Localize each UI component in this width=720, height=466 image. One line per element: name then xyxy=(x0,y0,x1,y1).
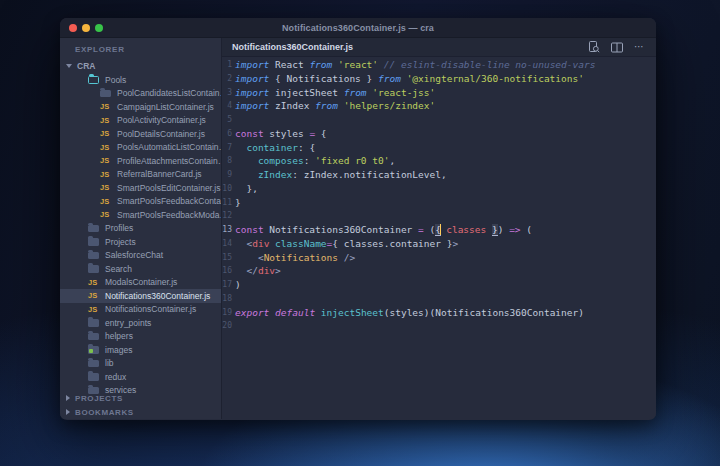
section-label: BOOKMARKS xyxy=(75,408,134,417)
tree-item-label: entry_points xyxy=(105,318,151,328)
code-line-text: }, xyxy=(235,182,258,196)
line-number: 17 xyxy=(222,278,232,292)
tree-item[interactable]: Search xyxy=(60,262,221,276)
chevron-right-icon xyxy=(66,395,70,401)
folder-icon xyxy=(88,360,99,368)
search-file-icon[interactable] xyxy=(588,41,600,53)
tree-item-label: ModalsContainer.js xyxy=(105,277,177,287)
sidebar-section-projects[interactable]: PROJECTS xyxy=(60,391,221,405)
code-line-text: zIndex: zIndex.notificationLevel, xyxy=(235,168,447,182)
tree-item[interactable]: JSNotifications360Container.js xyxy=(60,289,221,303)
tree-item[interactable]: Profiles xyxy=(60,222,221,236)
line-number: 19 xyxy=(222,306,232,320)
sidebar-explorer: EXPLORER CRA PoolsPoolCandidatesListCont… xyxy=(60,38,222,419)
code-line-text: export default injectSheet(styles)(Notif… xyxy=(235,306,584,320)
tree-item[interactable]: JSPoolActivityContainer.js xyxy=(60,114,221,128)
split-editor-icon[interactable] xyxy=(611,42,623,53)
line-number: 4 xyxy=(222,99,232,113)
sidebar-section-bookmarks[interactable]: BOOKMARKS xyxy=(60,405,221,419)
code-line-text: </div> xyxy=(235,264,281,278)
tree-item[interactable]: JSPoolDetailsContainer.js xyxy=(60,127,221,141)
file-tree: PoolsPoolCandidatesListContain…JSCampaig… xyxy=(60,73,221,397)
js-file-icon: JS xyxy=(88,291,98,300)
code-line[interactable]: 14 <div className={ classes.container }> xyxy=(222,237,656,251)
line-number: 12 xyxy=(222,209,232,223)
tree-item[interactable]: JSSmartPoolsFeedbackConta… xyxy=(60,195,221,209)
folder-icon xyxy=(88,319,99,327)
js-file-icon: JS xyxy=(100,156,110,165)
js-file-icon: JS xyxy=(100,129,110,138)
code-line[interactable]: 16 </div> xyxy=(222,264,656,278)
code-line[interactable]: 17) xyxy=(222,278,656,292)
code-line[interactable]: 9 zIndex: zIndex.notificationLevel, xyxy=(222,168,656,182)
tab-bar: Notifications360Container.js xyxy=(222,38,656,57)
sidebar-bottom-sections: PROJECTSBOOKMARKS xyxy=(60,391,221,419)
tree-item[interactable]: images xyxy=(60,343,221,357)
code-editor[interactable]: 1import React from 'react' // eslint-dis… xyxy=(222,57,656,419)
minimize-window-button[interactable] xyxy=(82,24,90,32)
code-line-text: } xyxy=(235,196,241,210)
code-line[interactable]: 20 xyxy=(222,319,656,333)
tree-item-label: SmartPoolsFeedbackConta… xyxy=(117,196,221,206)
code-line-text: container: { xyxy=(235,141,315,155)
code-line[interactable]: 10 }, xyxy=(222,182,656,196)
tree-item[interactable]: Pools xyxy=(60,73,221,87)
folder-icon xyxy=(88,265,99,273)
code-line[interactable]: 15 <Notifications /> xyxy=(222,251,656,265)
code-line[interactable]: 5 xyxy=(222,113,656,127)
tree-item[interactable]: JSModalsContainer.js xyxy=(60,276,221,290)
folder-icon xyxy=(88,333,99,341)
tree-item[interactable]: JSPoolsAutomaticListContain… xyxy=(60,141,221,155)
line-number: 11 xyxy=(222,196,232,210)
line-number: 20 xyxy=(222,319,232,333)
code-line[interactable]: 11} xyxy=(222,196,656,210)
more-actions-icon[interactable]: ⋯ xyxy=(634,42,645,52)
tree-item-label: SmartPoolsEditContainer.js xyxy=(117,183,220,193)
tree-item-label: PoolActivityContainer.js xyxy=(117,115,206,125)
tree-item-label: lib xyxy=(105,358,114,368)
code-line[interactable]: 12 xyxy=(222,209,656,223)
tree-root-cra[interactable]: CRA xyxy=(60,58,221,73)
tree-item[interactable]: JSReferralBannerCard.js xyxy=(60,168,221,182)
code-line[interactable]: 18 xyxy=(222,292,656,306)
line-number: 8 xyxy=(222,154,232,168)
tree-item[interactable]: SalesforceChat xyxy=(60,249,221,263)
tree-item[interactable]: entry_points xyxy=(60,316,221,330)
tree-item[interactable]: JSProfileAttachmentsContain… xyxy=(60,154,221,168)
window-title: Notifications360Container.js — cra xyxy=(60,23,656,33)
code-line[interactable]: 2import { Notifications } from '@xingter… xyxy=(222,72,656,86)
text-cursor xyxy=(440,224,441,235)
tree-item[interactable]: redux xyxy=(60,370,221,384)
title-bar[interactable]: Notifications360Container.js — cra xyxy=(60,18,656,38)
code-line-text: import { Notifications } from '@xingtern… xyxy=(235,72,584,86)
js-file-icon: JS xyxy=(100,102,110,111)
code-line[interactable]: 4import zIndex from 'helpers/zindex' xyxy=(222,99,656,113)
tree-item[interactable]: PoolCandidatesListContain… xyxy=(60,87,221,101)
tree-item[interactable]: JSNotificationsContainer.js xyxy=(60,303,221,317)
tree-item[interactable]: Projects xyxy=(60,235,221,249)
js-file-icon: JS xyxy=(100,170,110,179)
js-file-icon: JS xyxy=(100,183,110,192)
code-line-text: import injectSheet from 'react-jss' xyxy=(235,86,435,100)
tree-item-label: Pools xyxy=(105,75,126,85)
zoom-window-button[interactable] xyxy=(95,24,103,32)
tab-actions: ⋯ xyxy=(588,41,656,53)
close-window-button[interactable] xyxy=(69,24,77,32)
tree-item[interactable]: JSCampaignListContainer.js xyxy=(60,100,221,114)
editor-window: Notifications360Container.js — cra EXPLO… xyxy=(60,18,656,420)
line-number: 13 xyxy=(222,223,232,237)
code-line[interactable]: 7 container: { xyxy=(222,141,656,155)
tree-item-label: redux xyxy=(105,372,126,382)
tree-item[interactable]: lib xyxy=(60,357,221,371)
section-label: PROJECTS xyxy=(75,394,123,403)
code-line[interactable]: 3import injectSheet from 'react-jss' xyxy=(222,86,656,100)
tree-item[interactable]: JSSmartPoolsEditContainer.js xyxy=(60,181,221,195)
code-line[interactable]: 1import React from 'react' // eslint-dis… xyxy=(222,58,656,72)
code-line[interactable]: 13const Notifications360Container = ({ c… xyxy=(222,223,656,237)
code-line[interactable]: 19export default injectSheet(styles)(Not… xyxy=(222,306,656,320)
tab-notifications360container[interactable]: Notifications360Container.js xyxy=(222,42,353,52)
tree-item[interactable]: helpers xyxy=(60,330,221,344)
tree-item[interactable]: JSSmartPoolsFeedbackModa… xyxy=(60,208,221,222)
code-line[interactable]: 8 composes: 'fixed r0 t0', xyxy=(222,154,656,168)
code-line[interactable]: 6const styles = { xyxy=(222,127,656,141)
